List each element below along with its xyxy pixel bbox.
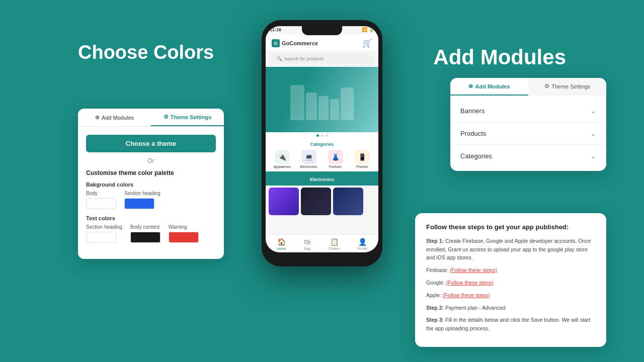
phone-notch [302,26,342,35]
section-heading-color-label: Section heading [124,191,160,196]
apple-link[interactable]: (Follow these steps) [443,292,490,298]
modules-list: Banners ⌄ Products ⌄ Categories ⌄ [450,96,606,171]
text-body-content-label: Body content [130,224,160,230]
google-link[interactable]: (Follow these steps) [446,280,494,286]
chevron-down-icon: ⌄ [590,107,596,115]
dot-1 [316,134,319,137]
step2-text: Payment plan - Advanced [445,305,506,311]
appliances-icon-box: 🔌 [275,150,290,164]
theme-settings-tab-label: Theme Settings [171,114,212,120]
text-body-content-item: Body content [130,224,160,243]
nav-profile[interactable]: 👤 Profile [357,238,367,250]
category-phones[interactable]: 📱 Phones [350,150,374,168]
product-card-3 [333,188,363,215]
home-nav-icon: 🏠 [277,238,286,246]
category-appliances[interactable]: 🔌 Appliances [270,150,294,168]
text-section-heading-item: Section heading [86,224,122,243]
firebase-text: Firebase: [426,267,450,273]
add-modules-tab-label: Add Modules [102,115,134,121]
chevron-down-icon: ⌄ [590,129,596,137]
tab-theme-settings-left[interactable]: ⚙ Theme Settings [151,109,224,126]
fashion-icon-box: 👗 [328,150,343,164]
publish-step-1: Step 1: Create Firebase, Google and Appl… [426,237,595,262]
publish-apple: Apple: (Follow these steps) [426,291,595,300]
product-card-1 [269,188,299,215]
person-1 [290,85,304,120]
electronics-title: Electronics [310,177,335,182]
phone-nav: 🏠 Home 🛍 Bag 📋 Orders 👤 Profile [266,234,378,252]
add-modules-right-icon: ⊕ [468,83,473,89]
step3-text: Fill in the details below and click the … [426,317,590,331]
person-2 [306,93,317,120]
phones-icon-box: 📱 [355,150,370,164]
text-warning-swatch[interactable] [169,232,199,243]
tab-add-modules-right[interactable]: ⊕ Add Modules [450,78,528,96]
phone-outer: 11:16 📶 🔋 G GoCommerce 🛒 🔍 Search for pr… [262,20,382,266]
section-heading-color-swatch[interactable] [124,198,154,209]
banner-dots [266,132,378,139]
publish-heading: Follow these steps to get your app publi… [426,223,595,231]
text-body-content-swatch[interactable] [130,232,160,243]
category-fashion[interactable]: 👗 Fashion [323,150,348,168]
text-section-heading-label: Section heading [86,224,122,230]
module-categories[interactable]: Categories ⌄ [450,145,606,167]
google-text: Google: [426,280,446,286]
fashion-icon: 👗 [332,153,340,161]
nav-bag[interactable]: 🛍 Bag [304,238,311,250]
tab-add-modules-left[interactable]: ⊕ Add Modules [78,109,151,126]
cart-icon[interactable]: 🛒 [362,38,372,48]
phones-label: Phones [356,165,368,168]
firebase-link[interactable]: (Follow these steps) [450,267,497,273]
module-banners[interactable]: Banners ⌄ [450,100,606,122]
tab-theme-settings-right[interactable]: ⚙ Theme Settings [528,78,606,96]
module-products[interactable]: Products ⌄ [450,122,606,145]
orders-nav-icon: 📋 [330,238,339,246]
products-strip [266,186,378,217]
categories-grid: 🔌 Appliances 💻 Electronics 👗 [270,150,374,168]
choose-colors-tabs: ⊕ Add Modules ⚙ Theme Settings [78,109,224,127]
bag-nav-label: Bag [304,247,310,250]
body-color-swatch[interactable] [86,198,116,209]
product-card-2 [301,188,331,215]
publish-google: Google: (Follow these steps) [426,279,595,287]
category-electronics[interactable]: 💻 Electronics [296,150,321,168]
background-colors-label: Bakground colors [86,182,216,188]
module-banners-label: Banners [460,107,485,115]
search-bar[interactable]: 🔍 Search for products [271,54,373,64]
publish-step-2: Step 2: Payment plan - Advanced [426,304,595,312]
nav-home[interactable]: 🏠 Home [277,238,286,250]
app-name: GoCommerce [282,40,318,46]
nav-orders[interactable]: 📋 Orders [329,238,339,250]
logo-icon: G [272,39,280,47]
publish-app-card: Follow these steps to get your app publi… [415,213,606,347]
text-section-heading-swatch[interactable] [86,232,116,243]
profile-nav-icon: 👤 [358,238,367,246]
fashion-label: Fashion [329,165,342,168]
choose-colors-card: ⊕ Add Modules ⚙ Theme Settings Choose a … [78,109,224,259]
apple-text: Apple: [426,292,443,298]
hero-banner [266,67,378,132]
status-icons: 📶 🔋 [362,27,374,32]
appliances-label: Appliances [273,165,290,168]
body-color-label: Body [86,191,116,196]
choose-theme-button[interactable]: Choose a theme [86,135,216,152]
app-logo: G GoCommerce [272,39,318,47]
add-modules-card: ⊕ Add Modules ⚙ Theme Settings Banners ⌄… [450,78,606,171]
orders-nav-label: Orders [329,247,339,250]
add-modules-title: Add Modules [433,45,566,69]
add-modules-tabs: ⊕ Add Modules ⚙ Theme Settings [450,78,606,96]
family-group [290,77,354,122]
search-icon: 🔍 [277,56,282,61]
electronics-section: Electronics [266,171,378,186]
hero-image [266,67,378,132]
add-modules-right-label: Add Modules [475,83,510,89]
phone-screen: 11:16 📶 🔋 G GoCommerce 🛒 🔍 Search for pr… [266,26,378,252]
add-modules-tab-icon: ⊕ [95,114,100,121]
person-5 [341,87,354,120]
step1-text: Create Firebase, Google and Apple develo… [426,238,591,261]
customise-title: Customise theme color palette [86,169,216,176]
categories-section: Categories 🔌 Appliances 💻 Electronics [266,139,378,171]
theme-settings-right-label: Theme Settings [551,83,590,89]
publish-firebase: Firebase: (Follow these steps) [426,266,595,275]
electronics-label: Electronics [300,165,317,168]
